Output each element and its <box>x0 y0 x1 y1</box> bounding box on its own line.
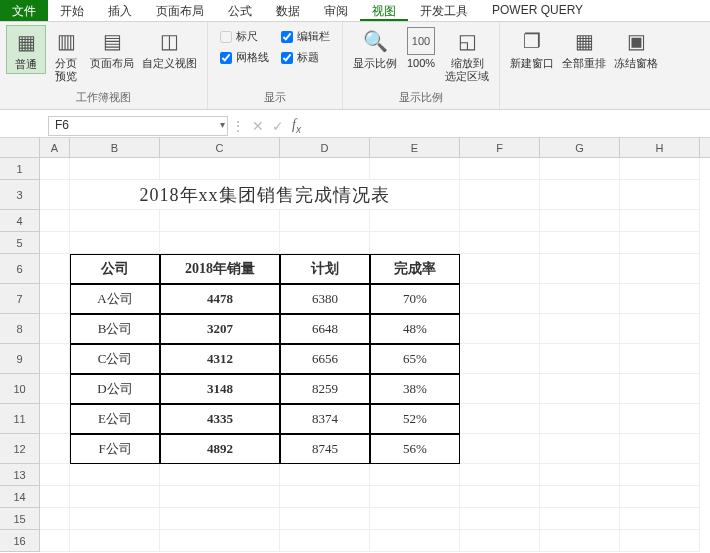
col-header[interactable]: D <box>280 138 370 157</box>
cell[interactable] <box>620 530 700 552</box>
cell[interactable] <box>460 254 540 284</box>
table-header-company[interactable]: 公司 <box>70 254 160 284</box>
cell[interactable] <box>40 508 70 530</box>
row-header[interactable]: 3 <box>0 180 40 210</box>
cell[interactable] <box>540 232 620 254</box>
cell[interactable] <box>280 210 370 232</box>
row-header[interactable]: 16 <box>0 530 40 552</box>
cell[interactable] <box>280 486 370 508</box>
cell[interactable] <box>620 180 700 210</box>
tab-file[interactable]: 文件 <box>0 0 48 21</box>
enter-formula-icon[interactable]: ✓ <box>268 118 288 134</box>
cell-plan[interactable]: 8259 <box>280 374 370 404</box>
row-header[interactable]: 12 <box>0 434 40 464</box>
tab-developer[interactable]: 开发工具 <box>408 0 480 21</box>
cell[interactable] <box>370 508 460 530</box>
cell[interactable] <box>620 508 700 530</box>
cell[interactable] <box>620 284 700 314</box>
row-header[interactable]: 10 <box>0 374 40 404</box>
row-header[interactable]: 9 <box>0 344 40 374</box>
new-window-button[interactable]: ❐ 新建窗口 <box>506 25 558 72</box>
cell[interactable] <box>540 434 620 464</box>
cell[interactable] <box>460 180 540 210</box>
cell[interactable] <box>160 158 280 180</box>
cell[interactable] <box>40 464 70 486</box>
table-header-rate[interactable]: 完成率 <box>370 254 460 284</box>
name-box-dropdown-icon[interactable]: ▾ <box>220 119 225 130</box>
cell[interactable] <box>40 404 70 434</box>
cell-plan[interactable]: 6380 <box>280 284 370 314</box>
cell[interactable] <box>370 530 460 552</box>
cell[interactable] <box>70 232 160 254</box>
cell[interactable] <box>40 530 70 552</box>
cell[interactable] <box>620 374 700 404</box>
cell[interactable] <box>460 314 540 344</box>
cell[interactable] <box>540 464 620 486</box>
cell[interactable] <box>280 530 370 552</box>
cell[interactable] <box>280 158 370 180</box>
cell[interactable] <box>40 284 70 314</box>
fx-icon[interactable]: fx <box>292 117 301 135</box>
custom-views-button[interactable]: ◫ 自定义视图 <box>138 25 201 72</box>
cell[interactable] <box>460 344 540 374</box>
cell[interactable] <box>620 314 700 344</box>
cell[interactable] <box>540 210 620 232</box>
cell[interactable] <box>370 210 460 232</box>
row-header[interactable]: 14 <box>0 486 40 508</box>
normal-view-button[interactable]: ▦ 普通 <box>6 25 46 74</box>
row-header[interactable]: 15 <box>0 508 40 530</box>
cell-company[interactable]: A公司 <box>70 284 160 314</box>
cell[interactable] <box>280 232 370 254</box>
cell-rate[interactable]: 48% <box>370 314 460 344</box>
cell-plan[interactable]: 6648 <box>280 314 370 344</box>
row-header[interactable]: 4 <box>0 210 40 232</box>
cell[interactable] <box>70 486 160 508</box>
tab-review[interactable]: 审阅 <box>312 0 360 21</box>
table-header-sales[interactable]: 2018年销量 <box>160 254 280 284</box>
cell-plan[interactable]: 6656 <box>280 344 370 374</box>
col-header[interactable]: H <box>620 138 700 157</box>
tab-page-layout[interactable]: 页面布局 <box>144 0 216 21</box>
cell[interactable] <box>540 158 620 180</box>
cell-sales[interactable]: 4478 <box>160 284 280 314</box>
cell-rate[interactable]: 38% <box>370 374 460 404</box>
cell[interactable] <box>540 530 620 552</box>
cell[interactable] <box>370 464 460 486</box>
cell-sales[interactable]: 3148 <box>160 374 280 404</box>
row-header[interactable]: 6 <box>0 254 40 284</box>
page-break-preview-button[interactable]: ▥ 分页 预览 <box>46 25 86 85</box>
freeze-panes-button[interactable]: ▣ 冻结窗格 <box>610 25 662 72</box>
cell-company[interactable]: D公司 <box>70 374 160 404</box>
cell[interactable] <box>370 232 460 254</box>
cell[interactable] <box>40 434 70 464</box>
cell[interactable] <box>460 210 540 232</box>
row-header[interactable]: 8 <box>0 314 40 344</box>
cell[interactable] <box>460 434 540 464</box>
row-header[interactable]: 11 <box>0 404 40 434</box>
cell[interactable] <box>620 486 700 508</box>
table-header-plan[interactable]: 计划 <box>280 254 370 284</box>
cell-sales[interactable]: 4312 <box>160 344 280 374</box>
tab-formulas[interactable]: 公式 <box>216 0 264 21</box>
cell[interactable] <box>540 254 620 284</box>
row-header[interactable]: 13 <box>0 464 40 486</box>
tab-insert[interactable]: 插入 <box>96 0 144 21</box>
cell[interactable] <box>540 508 620 530</box>
cell[interactable] <box>40 374 70 404</box>
col-header[interactable]: A <box>40 138 70 157</box>
cell[interactable] <box>620 232 700 254</box>
cell[interactable] <box>160 210 280 232</box>
cell[interactable] <box>280 508 370 530</box>
cell[interactable] <box>540 486 620 508</box>
cell[interactable] <box>540 180 620 210</box>
col-header[interactable]: F <box>460 138 540 157</box>
cell-company[interactable]: B公司 <box>70 314 160 344</box>
select-all-corner[interactable] <box>0 138 40 157</box>
title-cell[interactable]: 2018年xx集团销售完成情况表 <box>70 180 460 210</box>
cell[interactable] <box>460 486 540 508</box>
cell[interactable] <box>620 344 700 374</box>
cell[interactable] <box>70 210 160 232</box>
cell-sales[interactable]: 3207 <box>160 314 280 344</box>
cell-sales[interactable]: 4335 <box>160 404 280 434</box>
cancel-formula-icon[interactable]: ✕ <box>248 118 268 134</box>
